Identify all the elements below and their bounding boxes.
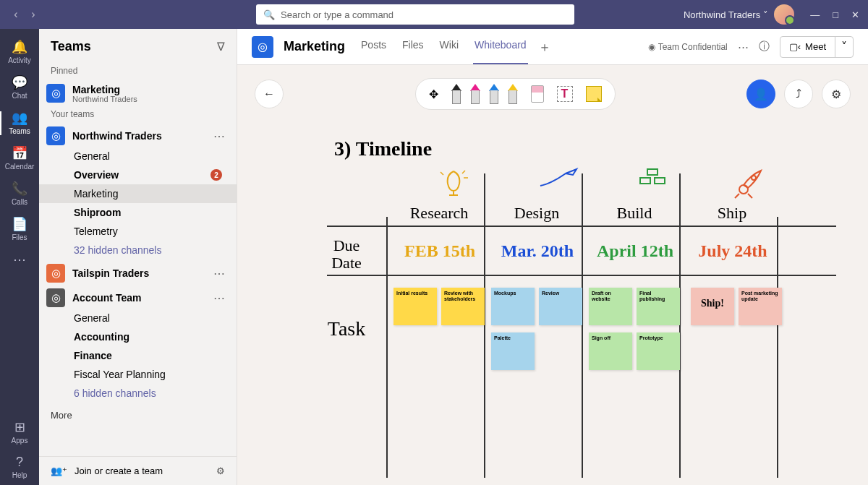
teams-sidebar: Teams ∇ Pinned ◎ Marketing Northwind Tra… xyxy=(39,29,237,485)
team-more-icon[interactable]: ⋯ xyxy=(209,267,229,280)
channel-item[interactable]: 32 hidden channels xyxy=(39,241,237,259)
tab-posts[interactable]: Posts xyxy=(359,29,388,64)
channel-item[interactable]: Marketing xyxy=(39,184,237,203)
export-button[interactable]: ⤴ xyxy=(784,80,813,108)
rail-item-chat[interactable]: 💬Chat xyxy=(0,70,39,106)
pen-tool-1[interactable] xyxy=(470,84,480,104)
window-close-icon[interactable]: ✕ xyxy=(851,9,859,20)
channel-label: Telemetry xyxy=(74,226,222,237)
channel-label: Marketing xyxy=(74,188,222,199)
sticky-note[interactable]: Initial results xyxy=(393,288,437,325)
team-name: Northwind Traders xyxy=(72,130,202,142)
nav-forward-icon[interactable]: › xyxy=(26,7,41,22)
team-row[interactable]: ◎Account Team⋯ xyxy=(39,284,237,309)
channel-item[interactable]: Accounting xyxy=(39,327,237,346)
team-name: Account Team xyxy=(72,292,202,304)
channel-label: 32 hidden channels xyxy=(74,244,222,256)
unread-badge: 2 xyxy=(210,169,222,181)
rail-item-more[interactable]: ⋯ xyxy=(0,247,39,275)
app-rail: 🔔Activity💬Chat👥Teams📅Calendar📞Calls📄File… xyxy=(0,29,39,485)
rail-item-teams[interactable]: 👥Teams xyxy=(0,106,39,141)
activity-icon: 🔔 xyxy=(0,39,39,55)
tab-wiki[interactable]: Wiki xyxy=(438,29,460,64)
pinned-team[interactable]: ◎ Marketing Northwind Traders xyxy=(39,79,237,105)
sticky-note[interactable]: Palette xyxy=(491,332,535,370)
info-icon[interactable]: ⓘ xyxy=(759,40,770,53)
channel-item[interactable]: Finance xyxy=(39,346,237,365)
column-header: Ship xyxy=(685,204,779,223)
sticky-note[interactable]: Final publishing xyxy=(637,288,680,325)
tab-whiteboard[interactable]: Whiteboard xyxy=(473,29,528,64)
calls-icon: 📞 xyxy=(0,181,39,197)
channel-label: Fiscal Year Planning xyxy=(74,369,222,380)
channel-item[interactable]: General xyxy=(39,309,237,327)
meet-button[interactable]: ▢‹Meet ˅ xyxy=(780,36,854,58)
team-icon: ◎ xyxy=(46,264,65,283)
channel-item[interactable]: 6 hidden channels xyxy=(39,384,237,403)
chevron-down-icon: ˅ xyxy=(763,9,768,20)
tab-files[interactable]: Files xyxy=(401,29,425,64)
team-more-icon[interactable]: ⋯ xyxy=(209,129,229,143)
row-label-task: Task xyxy=(314,318,379,340)
filter-icon[interactable]: ∇ xyxy=(217,40,225,53)
team-row[interactable]: ◎Tailspin Traders⋯ xyxy=(39,259,237,284)
rail-item-calls[interactable]: 📞Calls xyxy=(0,176,39,212)
team-icon: ◎ xyxy=(46,84,65,103)
team-row[interactable]: ◎Northwind Traders⋯ xyxy=(39,122,237,147)
back-button[interactable]: ← xyxy=(255,80,284,108)
user-avatar[interactable] xyxy=(774,4,794,25)
rail-item-help[interactable]: ?Help xyxy=(0,450,39,485)
whiteboard-canvas[interactable]: 3) Timeline ResearchFEB 15thDesignMar. 2… xyxy=(255,123,851,478)
sticky-note[interactable]: Draft on website xyxy=(589,288,632,325)
pen-tool-2[interactable] xyxy=(489,84,499,104)
more-options-icon[interactable]: ⋯ xyxy=(738,40,749,53)
help-icon: ? xyxy=(0,455,39,470)
window-maximize-icon[interactable]: □ xyxy=(833,9,838,20)
sticky-note[interactable]: Ship! xyxy=(691,288,734,325)
sticky-note[interactable]: Prototype xyxy=(637,332,680,370)
rail-item-activity[interactable]: 🔔Activity xyxy=(0,35,39,70)
org-name: Northwind Traders xyxy=(684,9,760,20)
move-tool-icon[interactable]: ✥ xyxy=(429,87,438,101)
rail-item-calendar[interactable]: 📅Calendar xyxy=(0,141,39,176)
search-box[interactable]: 🔍 Search or type a command xyxy=(256,4,574,25)
section-pinned: Pinned xyxy=(39,61,237,79)
share-button[interactable]: 👤 xyxy=(746,80,775,108)
channel-label: Accounting xyxy=(74,331,222,343)
more-teams[interactable]: More xyxy=(39,403,237,428)
svg-rect-2 xyxy=(655,178,665,184)
nav-back-icon[interactable]: ‹ xyxy=(9,7,23,22)
wb-title: 3) Timeline xyxy=(334,137,432,160)
join-team-label[interactable]: Join or create a team xyxy=(75,465,163,476)
rail-item-files[interactable]: 📄Files xyxy=(0,212,39,247)
pen-tool-3[interactable] xyxy=(508,84,518,104)
team-more-icon[interactable]: ⋯ xyxy=(209,291,229,305)
channel-item[interactable]: Overview2 xyxy=(39,166,237,184)
title-bar: ‹ › 🔍 Search or type a command Northwind… xyxy=(0,0,868,29)
sticky-note[interactable]: Review xyxy=(539,288,582,325)
pen-tool-0[interactable] xyxy=(451,84,461,104)
sticky-note[interactable]: Review with stakeholders xyxy=(441,288,485,325)
channel-label: Shiproom xyxy=(74,207,222,218)
add-tab-button[interactable]: ＋ xyxy=(538,38,551,56)
video-icon: ▢‹ xyxy=(789,41,801,52)
channel-item[interactable]: Fiscal Year Planning xyxy=(39,365,237,384)
settings-gear-icon[interactable]: ⚙ xyxy=(216,465,225,476)
sticky-note[interactable]: Sign off xyxy=(589,332,632,370)
wb-settings-button[interactable]: ⚙ xyxy=(822,80,851,108)
sticky-note-tool-icon[interactable] xyxy=(586,86,602,102)
svg-point-4 xyxy=(752,176,756,180)
sticky-note[interactable]: Post marketing update xyxy=(739,288,782,325)
teams-icon: 👥 xyxy=(0,110,39,126)
meet-dropdown[interactable]: ˅ xyxy=(835,37,853,57)
rail-item-apps[interactable]: ⊞Apps xyxy=(0,415,39,450)
due-date: July 24th xyxy=(682,241,783,261)
channel-item[interactable]: Shiproom xyxy=(39,203,237,222)
org-switcher[interactable]: Northwind Traders ˅ xyxy=(684,9,768,20)
window-minimize-icon[interactable]: — xyxy=(810,9,820,20)
channel-item[interactable]: Telemetry xyxy=(39,222,237,241)
sticky-note[interactable]: Mockups xyxy=(491,288,535,325)
channel-item[interactable]: General xyxy=(39,147,237,166)
text-tool-icon[interactable]: T xyxy=(557,86,573,102)
eraser-tool-icon[interactable] xyxy=(531,85,544,103)
